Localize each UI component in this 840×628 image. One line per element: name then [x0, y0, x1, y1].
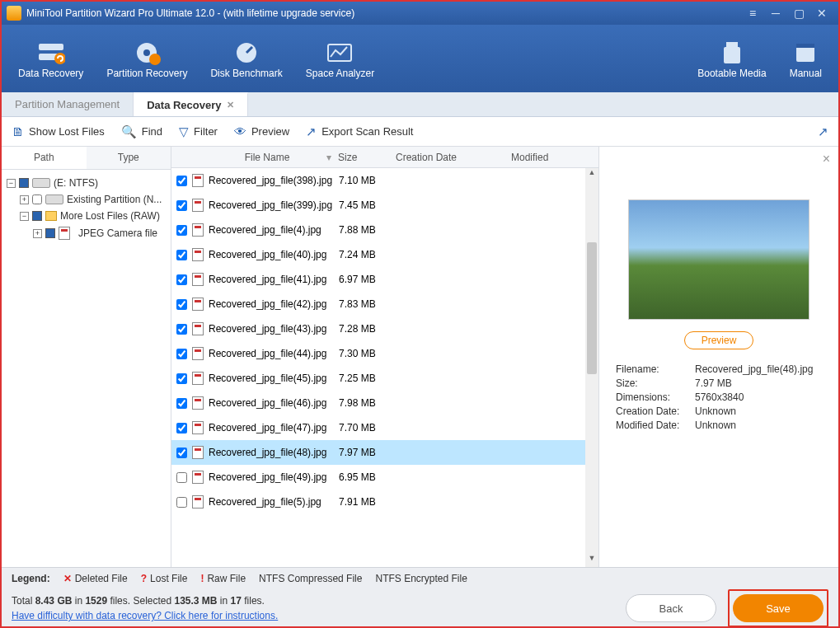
tree-root[interactable]: − (E: NTFS): [5, 175, 167, 191]
file-row[interactable]: Recovered_jpg_file(44).jpg7.30 MB: [171, 341, 598, 366]
file-checkbox[interactable]: [176, 200, 187, 211]
file-checkbox[interactable]: [176, 250, 187, 260]
subtab-path[interactable]: Path: [2, 147, 87, 169]
file-checkbox[interactable]: [176, 472, 187, 483]
expand-icon[interactable]: +: [33, 229, 42, 238]
subtab-type[interactable]: Type: [87, 147, 171, 169]
filter-button[interactable]: ▽Filter: [179, 124, 218, 139]
tree-node-jpeg-camera-file[interactable]: + JPEG Camera file: [31, 224, 167, 242]
scroll-down-icon[interactable]: ▼: [585, 554, 598, 567]
file-name: Recovered_jpg_file(48).jpg: [209, 447, 339, 458]
file-row[interactable]: Recovered_jpg_file(45).jpg7.25 MB: [171, 366, 598, 391]
file-size: 7.97 MB: [339, 447, 397, 458]
meta-dimensions: 5760x3840: [695, 391, 744, 403]
file-checkbox[interactable]: [176, 373, 187, 384]
ribbon-bootable-media[interactable]: Bootable Media: [686, 33, 777, 84]
file-row[interactable]: Recovered_jpg_file(5).jpg7.91 MB: [171, 490, 598, 514]
file-row[interactable]: Recovered_jpg_file(40).jpg7.24 MB: [171, 242, 598, 267]
tree-node-more-lost-files[interactable]: − More Lost Files (RAW): [18, 208, 167, 224]
file-row[interactable]: Recovered_jpg_file(399).jpg7.45 MB: [171, 193, 598, 218]
file-checkbox[interactable]: [176, 225, 187, 236]
collapse-icon[interactable]: −: [20, 212, 29, 221]
exclaim-icon: !: [200, 573, 204, 584]
file-checkbox[interactable]: [176, 299, 187, 310]
help-link[interactable]: Have difficulty with data recovery? Clic…: [12, 610, 278, 621]
ribbon-data-recovery[interactable]: Data Recovery: [7, 33, 95, 84]
meta-modified-date: Unknown: [695, 419, 736, 431]
file-row[interactable]: Recovered_jpg_file(48).jpg7.97 MB: [171, 440, 598, 465]
sidebar-tabs: Path Type: [2, 147, 171, 170]
maximize-button[interactable]: ▢: [787, 5, 810, 21]
checkbox-partial-icon[interactable]: [19, 178, 29, 188]
ribbon-manual[interactable]: Manual: [778, 33, 833, 84]
file-checkbox[interactable]: [176, 423, 187, 434]
file-icon: [192, 471, 204, 484]
show-lost-files-button[interactable]: 🗎Show Lost Files: [12, 124, 105, 138]
window-title: MiniTool Partition Wizard Pro Ultimate 1…: [26, 7, 354, 19]
find-button[interactable]: 🔍Find: [121, 124, 162, 139]
scroll-up-icon[interactable]: ▲: [585, 168, 598, 181]
file-checkbox[interactable]: [176, 349, 187, 359]
app-logo-icon: [7, 6, 21, 21]
file-checkbox[interactable]: [176, 274, 187, 285]
tab-data-recovery[interactable]: Data Recovery✕: [134, 92, 247, 116]
tree-checkbox[interactable]: [32, 194, 42, 204]
file-checkbox[interactable]: [176, 497, 187, 508]
close-button[interactable]: ✕: [810, 5, 833, 21]
file-row[interactable]: Recovered_jpg_file(398).jpg7.10 MB: [171, 168, 598, 193]
legend-title: Legend:: [12, 573, 50, 584]
toolbar: 🗎Show Lost Files 🔍Find ▽Filter 👁Preview …: [2, 117, 838, 147]
file-row[interactable]: Recovered_jpg_file(4).jpg7.88 MB: [171, 218, 598, 242]
file-row[interactable]: Recovered_jpg_file(43).jpg7.28 MB: [171, 316, 598, 341]
close-icon[interactable]: ✕: [227, 100, 234, 110]
tree-node-existing-partition[interactable]: + Existing Partition (N...: [18, 191, 167, 208]
file-row[interactable]: Recovered_jpg_file(49).jpg6.95 MB: [171, 465, 598, 490]
file-name: Recovered_jpg_file(44).jpg: [209, 348, 339, 359]
scroll-thumb[interactable]: [587, 242, 597, 374]
drive-icon: [32, 178, 50, 188]
file-checkbox[interactable]: [176, 324, 187, 335]
file-icon: [192, 495, 204, 508]
ribbon-disk-benchmark[interactable]: Disk Benchmark: [199, 33, 293, 84]
menu-icon[interactable]: ≡: [741, 5, 764, 21]
scrollbar-vertical[interactable]: ▲ ▼: [585, 168, 598, 567]
file-name: Recovered_jpg_file(47).jpg: [209, 422, 339, 434]
col-modified[interactable]: Modified: [504, 152, 562, 163]
file-row[interactable]: Recovered_jpg_file(47).jpg7.70 MB: [171, 415, 598, 440]
file-checkbox[interactable]: [176, 398, 187, 409]
file-icon: [192, 174, 204, 187]
legend: Legend: ✕Deleted File ?Lost File !Raw Fi…: [12, 573, 828, 584]
save-button[interactable]: Save: [733, 594, 824, 622]
left-sidebar: Path Type − (E: NTFS) + Existing Partiti…: [2, 147, 171, 567]
file-row[interactable]: Recovered_jpg_file(46).jpg7.98 MB: [171, 391, 598, 415]
col-size[interactable]: Size: [331, 152, 389, 163]
expand-icon[interactable]: +: [20, 195, 29, 204]
titlebar: MiniTool Partition Wizard Pro Ultimate 1…: [2, 2, 838, 25]
collapse-icon[interactable]: −: [7, 179, 16, 188]
ribbon-partition-recovery[interactable]: Partition Recovery: [95, 33, 199, 84]
tab-partition-management[interactable]: Partition Management: [2, 92, 134, 116]
close-preview-button[interactable]: ×: [823, 152, 830, 166]
file-row[interactable]: Recovered_jpg_file(42).jpg7.83 MB: [171, 292, 598, 316]
checkbox-partial-icon[interactable]: [32, 211, 42, 221]
file-row[interactable]: Recovered_jpg_file(41).jpg6.97 MB: [171, 267, 598, 292]
preview-button[interactable]: 👁Preview: [234, 124, 289, 138]
question-icon: ?: [141, 573, 147, 584]
svg-rect-9: [724, 47, 740, 63]
file-size: 7.28 MB: [339, 323, 397, 335]
ribbon-label: Manual: [790, 68, 822, 79]
checkbox-partial-icon[interactable]: [45, 228, 55, 238]
col-filename[interactable]: File Name: [196, 152, 338, 163]
ribbon-space-analyzer[interactable]: Space Analyzer: [294, 33, 386, 84]
file-name: Recovered_jpg_file(43).jpg: [209, 323, 339, 335]
export-scan-result-button[interactable]: ↗Export Scan Result: [306, 124, 413, 139]
share-button[interactable]: ↗: [818, 124, 828, 139]
preview-open-button[interactable]: Preview: [684, 331, 754, 349]
col-creation-date[interactable]: Creation Date: [389, 152, 504, 163]
x-icon: ✕: [63, 573, 72, 584]
back-button[interactable]: Back: [626, 594, 716, 622]
file-checkbox[interactable]: [176, 448, 187, 458]
file-icon: [192, 223, 204, 237]
minimize-button[interactable]: ─: [764, 5, 787, 21]
file-checkbox[interactable]: [176, 176, 187, 186]
